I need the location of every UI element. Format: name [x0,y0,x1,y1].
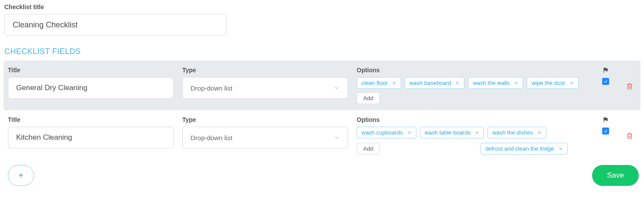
field-options-label: Options [357,116,588,123]
field-title-label: Title [8,116,174,123]
field-type-select[interactable]: Drop-down list [182,77,348,99]
option-chip[interactable]: wash baseboard✕ [405,77,464,89]
option-chip[interactable]: wipe the dust✕ [527,77,579,89]
checklist-fields-heading: CHECKLIST FIELDS [3,41,641,61]
remove-option-icon[interactable]: ✕ [569,81,574,86]
flag-icon[interactable] [602,67,609,74]
field-title-input[interactable] [8,127,174,148]
chevron-down-icon [334,135,340,141]
field-row: TitleTypeDrop-down listOptionsclean floo… [3,61,641,110]
field-title-label: Title [8,67,174,74]
checklist-title-input[interactable] [4,14,227,36]
remove-option-icon[interactable]: ✕ [475,130,479,135]
remove-option-icon[interactable]: ✕ [407,130,412,135]
option-chip-label: wash table boards [425,129,471,136]
delete-field-button[interactable] [626,82,634,90]
field-type-label: Type [182,67,348,74]
option-chip-label: wash baseboard [409,80,451,86]
required-checkbox[interactable] [602,128,609,135]
add-option-button[interactable]: Add [357,92,380,104]
add-option-button[interactable]: Add [357,143,380,155]
option-chip-label: clean floor [361,80,388,86]
option-chip-label: wash the walls [473,80,510,86]
option-chip[interactable]: wash cupboards✕ [357,127,416,138]
delete-field-button[interactable] [626,132,634,140]
save-button[interactable]: Save [592,165,639,186]
option-chip[interactable]: wash the dishes✕ [487,127,546,138]
field-options-label: Options [357,67,588,74]
field-row: TitleTypeDrop-down listOptionswash cupbo… [3,110,641,161]
plus-icon: + [18,171,24,181]
required-checkbox[interactable] [602,78,609,85]
option-chip-label: wipe the dust [532,80,565,86]
field-title-input[interactable] [8,77,174,99]
option-chip[interactable]: wash table boards✕ [420,127,484,138]
field-type-select[interactable]: Drop-down list [182,127,348,148]
option-chip-label: wash cupboards [361,129,403,136]
option-chip-label: wash the dishes [492,129,533,136]
option-chip[interactable]: wash the walls✕ [468,77,523,89]
remove-option-icon[interactable]: ✕ [392,81,396,86]
option-chip[interactable]: clean floor✕ [357,77,401,89]
field-type-value: Drop-down list [191,84,232,92]
field-type-value: Drop-down list [191,134,232,141]
field-type-label: Type [182,116,348,123]
remove-option-icon[interactable]: ✕ [455,81,460,86]
remove-option-icon[interactable]: ✕ [537,130,542,135]
checklist-title-label: Checklist title [4,3,641,10]
flag-icon[interactable] [602,116,609,123]
add-field-button[interactable]: + [8,165,34,186]
option-chip-label: defrost and clean the fridge [485,145,554,152]
remove-option-icon[interactable]: ✕ [514,81,518,86]
chevron-down-icon [334,85,340,91]
remove-option-icon[interactable]: ✕ [559,146,563,151]
option-chip[interactable]: defrost and clean the fridge✕ [480,143,568,155]
